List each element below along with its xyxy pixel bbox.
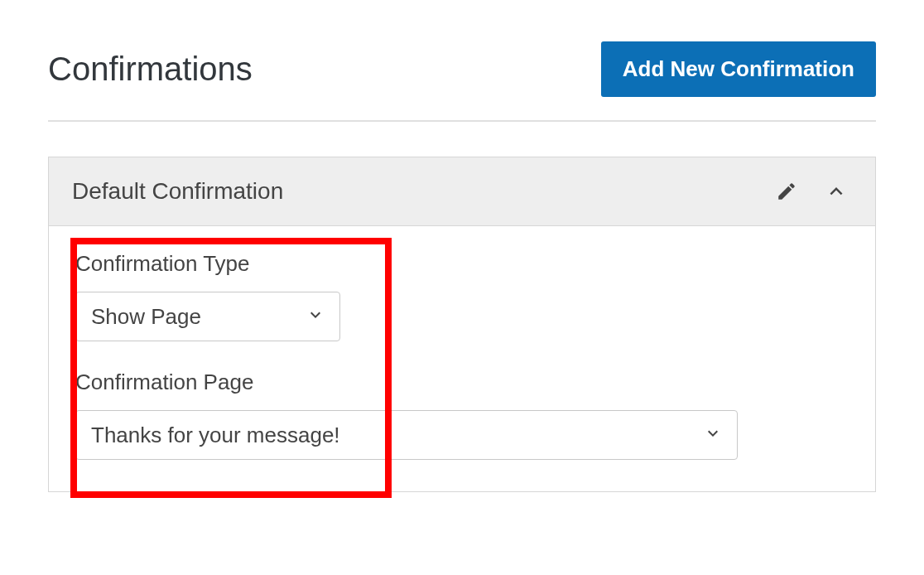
confirmation-page-select-wrap: Thanks for your message!	[75, 410, 738, 460]
confirmation-page-select[interactable]: Thanks for your message!	[75, 410, 738, 460]
edit-button[interactable]	[772, 177, 801, 205]
confirmation-page-group: Confirmation Page Thanks for your messag…	[75, 370, 849, 460]
confirmation-page-label: Confirmation Page	[75, 370, 849, 395]
chevron-up-icon	[824, 179, 849, 204]
page-title: Confirmations	[48, 51, 253, 88]
panel-title: Default Confirmation	[72, 178, 283, 205]
confirmation-type-select-wrap: Show Page	[75, 292, 340, 341]
divider	[48, 120, 876, 122]
confirmation-type-label: Confirmation Type	[75, 251, 849, 277]
panel-actions	[772, 176, 852, 207]
confirmation-type-group: Confirmation Type Show Page	[75, 251, 849, 341]
panel-header[interactable]: Default Confirmation	[49, 157, 875, 226]
pencil-icon	[776, 181, 797, 202]
collapse-button[interactable]	[821, 176, 852, 207]
confirmation-panel: Default Confirmation Confirmation Type S…	[48, 157, 876, 492]
header-row: Confirmations Add New Confirmation	[48, 41, 876, 97]
panel-body: Confirmation Type Show Page Confirmation…	[49, 226, 875, 491]
add-new-confirmation-button[interactable]: Add New Confirmation	[601, 41, 876, 97]
confirmation-type-select[interactable]: Show Page	[75, 292, 340, 341]
